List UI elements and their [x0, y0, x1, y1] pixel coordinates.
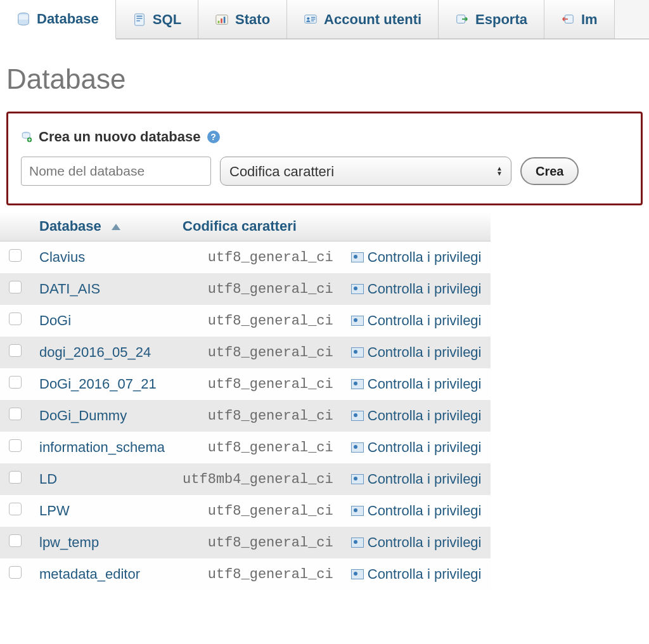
database-link[interactable]: dogi_2016_05_24 [39, 344, 151, 360]
database-link[interactable]: DoGi_2016_07_21 [39, 376, 157, 392]
table-row: Claviusutf8_general_ci Controlla i privi… [0, 242, 491, 274]
database-add-icon [21, 131, 32, 143]
privileges-icon [351, 284, 364, 294]
table-row: DoGiutf8_general_ci Controlla i privileg… [0, 305, 491, 337]
tab-label: Im [581, 11, 598, 28]
database-link[interactable]: DoGi_Dummy [39, 408, 127, 423]
accounts-icon [304, 13, 318, 27]
table-row: LPWutf8_general_ci Controlla i privilegi [0, 495, 491, 527]
tab-status[interactable]: Stato [198, 0, 287, 39]
tab-import[interactable]: Im [544, 0, 615, 39]
privileges-icon [351, 538, 364, 548]
privileges-link[interactable]: Controlla i privilegi [368, 281, 482, 297]
row-checkbox[interactable] [9, 566, 22, 579]
table-row: DoGi_Dummyutf8_general_ci Controlla i pr… [0, 400, 491, 432]
database-link[interactable]: LPW [39, 503, 70, 518]
col-actions [342, 212, 491, 242]
row-checkbox[interactable] [9, 503, 22, 515]
tab-label: Database [37, 11, 99, 27]
row-checkbox[interactable] [9, 439, 22, 452]
help-icon[interactable]: ? [207, 131, 220, 143]
collation-value: utf8_general_ci [174, 305, 342, 337]
row-checkbox[interactable] [9, 281, 22, 293]
tab-export[interactable]: Esporta [439, 0, 544, 39]
database-link[interactable]: DATI_AIS [39, 281, 100, 297]
export-icon [455, 13, 469, 27]
privileges-link[interactable]: Controlla i privilegi [368, 408, 482, 424]
svg-rect-1 [135, 13, 145, 25]
create-heading-text: Crea un nuovo database [39, 129, 201, 145]
create-form: Codifica caratteri ▲▼ Crea [21, 157, 628, 186]
row-checkbox[interactable] [9, 471, 22, 484]
privileges-icon [351, 442, 364, 453]
privileges-icon [351, 474, 364, 484]
table-row: DATI_AISutf8_general_ci Controlla i priv… [0, 273, 491, 305]
table-row: metadata_editorutf8_general_ci Controlla… [0, 558, 491, 590]
database-link[interactable]: lpw_temp [39, 534, 99, 550]
row-checkbox[interactable] [9, 376, 22, 389]
privileges-icon [351, 411, 364, 421]
database-link[interactable]: Clavius [39, 249, 85, 265]
privileges-icon [351, 347, 364, 357]
col-checkbox [0, 212, 30, 242]
collation-value: utf8mb4_general_ci [174, 463, 342, 495]
table-row: LDutf8mb4_general_ci Controlla i privile… [0, 463, 491, 495]
privileges-icon [351, 379, 364, 389]
privileges-link[interactable]: Controlla i privilegi [368, 534, 482, 551]
database-link[interactable]: information_schema [39, 439, 165, 455]
collation-value: utf8_general_ci [174, 558, 342, 590]
database-link[interactable]: metadata_editor [39, 566, 140, 582]
privileges-link[interactable]: Controlla i privilegi [368, 503, 482, 519]
svg-rect-5 [224, 16, 226, 23]
col-database-label: Database [39, 218, 101, 234]
table-row: dogi_2016_05_24utf8_general_ci Controlla… [0, 337, 491, 368]
database-name-input[interactable] [21, 157, 211, 186]
privileges-icon [351, 569, 364, 579]
tab-sql[interactable]: SQL [116, 0, 198, 39]
sql-icon [132, 13, 146, 27]
tab-label: Esporta [475, 11, 527, 28]
row-checkbox[interactable] [9, 344, 22, 357]
create-button[interactable]: Crea [520, 157, 579, 185]
privileges-link[interactable]: Controlla i privilegi [368, 312, 482, 329]
privileges-icon [351, 316, 364, 326]
sort-asc-icon [112, 224, 120, 230]
privileges-link[interactable]: Controlla i privilegi [368, 439, 482, 456]
status-icon [215, 13, 229, 27]
table-row: lpw_temputf8_general_ci Controlla i priv… [0, 527, 491, 558]
tab-database[interactable]: Database [0, 0, 116, 39]
row-checkbox[interactable] [9, 312, 22, 325]
tab-accounts[interactable]: Account utenti [287, 0, 439, 39]
col-collation-label: Codifica caratteri [183, 218, 297, 234]
collation-value: utf8_general_ci [174, 273, 342, 305]
row-checkbox[interactable] [9, 534, 22, 547]
database-link[interactable]: LD [39, 471, 57, 487]
collation-value: utf8_general_ci [174, 368, 342, 400]
top-tabs: Database SQL Stato Account utenti Esport… [0, 0, 649, 39]
row-checkbox[interactable] [9, 249, 22, 262]
privileges-link[interactable]: Controlla i privilegi [368, 471, 482, 487]
collation-value: utf8_general_ci [174, 495, 342, 527]
collation-value: utf8_general_ci [174, 400, 342, 432]
collation-value: utf8_general_ci [174, 242, 342, 274]
database-icon [16, 12, 30, 26]
privileges-link[interactable]: Controlla i privilegi [368, 566, 482, 583]
database-link[interactable]: DoGi [39, 312, 71, 328]
table-row: DoGi_2016_07_21utf8_general_ci Controlla… [0, 368, 491, 400]
collation-value: utf8_general_ci [174, 337, 342, 368]
tab-label: Account utenti [324, 11, 421, 28]
privileges-link[interactable]: Controlla i privilegi [368, 376, 482, 392]
create-database-panel: Crea un nuovo database ? Codifica caratt… [6, 112, 643, 205]
privileges-link[interactable]: Controlla i privilegi [368, 249, 482, 266]
page-title: Database [0, 39, 649, 112]
collation-select[interactable]: Codifica caratteri [220, 157, 511, 186]
table-row: information_schemautf8_general_ci Contro… [0, 432, 491, 463]
privileges-link[interactable]: Controlla i privilegi [368, 344, 482, 361]
col-collation[interactable]: Codifica caratteri [174, 212, 342, 242]
import-icon [561, 13, 575, 27]
row-checkbox[interactable] [9, 408, 22, 420]
svg-rect-3 [218, 20, 220, 23]
svg-rect-4 [221, 18, 222, 23]
col-database[interactable]: Database [30, 212, 174, 242]
create-heading: Crea un nuovo database ? [21, 129, 628, 145]
